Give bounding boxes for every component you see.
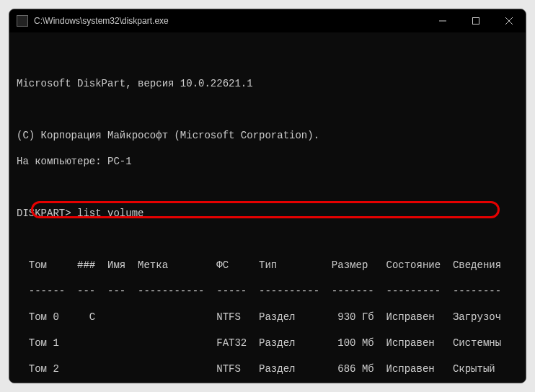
app-icon [17,15,28,27]
blank-line [17,51,518,64]
maximize-button[interactable] [459,9,492,32]
table-header: Том ### Имя Метка ФС Тип Размер Состояни… [17,259,518,272]
close-icon [505,17,513,24]
prompt-line: DISKPART> list volume [17,207,518,220]
diskpart-window: C:\Windows\system32\diskpart.exe Microso… [9,9,526,383]
table-row: Том 2 NTFS Раздел 686 Мб Исправен Скрыты… [17,362,518,375]
intro-line: Microsoft DiskPart, версия 10.0.22621.1 [17,77,518,90]
maximize-icon [472,17,479,24]
window-title: C:\Windows\system32\diskpart.exe [34,16,426,26]
svg-rect-1 [473,18,479,24]
intro-line: (C) Корпорация Майкрософт (Microsoft Cor… [17,129,518,142]
minimize-button[interactable] [426,9,459,32]
intro-line: На компьютере: PC-1 [17,155,518,168]
table-row: Том 1 FAT32 Раздел 100 Мб Исправен Систе… [17,337,518,349]
blank-line [17,233,518,246]
titlebar[interactable]: C:\Windows\system32\diskpart.exe [9,9,526,32]
minimize-icon [439,17,446,24]
blank-line [17,103,518,116]
close-button[interactable] [492,9,526,32]
blank-line [17,181,518,194]
table-row: Том 0 C NTFS Раздел 930 Гб Исправен Загр… [17,311,518,324]
table-divider: ------ --- --- ----------- ----- -------… [17,285,518,298]
terminal-output[interactable]: Microsoft DiskPart, версия 10.0.22621.1 … [9,32,526,383]
